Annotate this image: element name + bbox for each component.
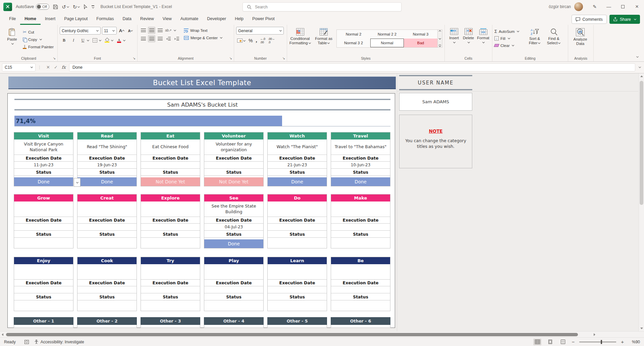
page-layout-view-icon[interactable] <box>546 339 554 345</box>
borders-dropdown-icon[interactable] <box>99 39 101 41</box>
find-select-button[interactable]: Find &Select <box>545 27 562 55</box>
card-date-cell[interactable] <box>204 162 263 169</box>
scroll-up-icon[interactable] <box>640 75 643 77</box>
find-select-dropdown-icon[interactable] <box>558 42 560 44</box>
card-title[interactable]: Do <box>268 194 327 201</box>
increase-decimal-icon[interactable]: ←.0.00 <box>260 37 265 44</box>
card-date-cell[interactable] <box>141 224 200 231</box>
card-title[interactable]: Grow <box>14 194 73 201</box>
number-format-select[interactable]: General <box>236 27 284 35</box>
avatar[interactable] <box>574 2 583 11</box>
redo-dropdown-icon[interactable] <box>77 5 80 7</box>
card-item-cell[interactable] <box>141 264 200 280</box>
card-date-cell[interactable] <box>77 224 137 231</box>
accounting-dropdown-icon[interactable] <box>243 39 246 41</box>
user-name-cell[interactable]: Sam ADAMS <box>399 93 472 111</box>
style-normal[interactable]: Normal <box>370 39 404 47</box>
comma-style-icon[interactable]: , <box>256 38 257 44</box>
gallery-down-icon[interactable] <box>439 37 441 40</box>
decrease-decimal-icon[interactable]: .00→.0 <box>268 37 275 44</box>
card-status-cell[interactable] <box>268 302 327 311</box>
copy-button[interactable]: Copy <box>23 37 54 42</box>
tab-home[interactable]: Home <box>20 13 41 25</box>
card-title[interactable]: Watch <box>268 132 327 139</box>
orientation-dropdown-icon[interactable] <box>174 29 176 31</box>
sort-filter-button[interactable]: AZ Sort &Filter <box>527 27 543 55</box>
align-bottom-icon[interactable] <box>156 27 164 34</box>
card-date-cell[interactable]: 10-Jun-23 <box>331 162 390 169</box>
fill-color-dropdown-icon[interactable] <box>111 39 113 41</box>
macro-record-icon[interactable] <box>24 340 29 344</box>
formula-input[interactable]: Done <box>69 63 635 71</box>
align-left-icon[interactable] <box>140 35 147 42</box>
font-size-select[interactable]: 11 <box>102 27 117 35</box>
card-title[interactable]: Enjoy <box>14 257 73 264</box>
excel-app-icon[interactable] <box>3 3 12 11</box>
fill-button[interactable]: ↓Fill <box>494 36 524 41</box>
format-painter-button[interactable]: Format Painter <box>23 44 54 50</box>
font-family-dropdown-icon[interactable] <box>96 29 99 32</box>
card-date-cell[interactable] <box>204 286 263 293</box>
card-title[interactable]: Visit <box>14 132 73 139</box>
card-title[interactable]: Play <box>204 257 263 264</box>
collapse-ribbon-icon[interactable] <box>636 55 639 58</box>
font-dialog-launcher-icon[interactable]: ↘ <box>133 56 136 60</box>
minimize-button[interactable]: — <box>602 0 616 13</box>
wrap-text-button[interactable]: Wrap Text <box>184 27 222 33</box>
analyze-data-button[interactable]: AnalyzeData <box>570 27 590 46</box>
clear-dropdown-icon[interactable] <box>512 44 514 46</box>
insert-cells-button[interactable]: Insert <box>447 27 461 44</box>
card-status-cell[interactable] <box>141 302 200 311</box>
card-item-cell[interactable] <box>331 264 390 280</box>
fill-dropdown-icon[interactable] <box>508 37 510 39</box>
card-item-cell[interactable]: See the Empire State Building <box>204 201 263 217</box>
card-item-cell[interactable]: Watch "The Pianist" <box>268 139 327 155</box>
card-date-cell[interactable] <box>331 286 390 293</box>
format-as-table-button[interactable]: Format asTable <box>314 27 334 48</box>
card-date-cell[interactable] <box>77 286 137 293</box>
card-item-cell[interactable]: Travel to "The Bahamas" <box>331 139 390 155</box>
clear-button[interactable]: Clear <box>494 43 524 48</box>
scroll-left-icon[interactable] <box>2 333 3 336</box>
delete-cells-button[interactable]: Delete <box>462 27 475 44</box>
paste-dropdown-icon[interactable] <box>11 42 13 45</box>
card-item-cell[interactable] <box>77 201 137 217</box>
autosave-control[interactable]: AutoSave Off <box>16 4 49 10</box>
format-dropdown-icon[interactable] <box>482 41 485 43</box>
font-size-dropdown-icon[interactable] <box>112 29 115 32</box>
sort-filter-dropdown-icon[interactable] <box>538 42 540 44</box>
redo-icon[interactable]: ↻ <box>73 4 80 9</box>
alignment-dialog-launcher-icon[interactable]: ↘ <box>229 56 232 60</box>
tab-power-pivot[interactable]: Power Pivot <box>248 13 279 25</box>
underline-icon[interactable]: U <box>79 37 87 44</box>
card-item-cell[interactable] <box>268 201 327 217</box>
tab-file[interactable]: File <box>5 13 20 25</box>
card-title[interactable]: Try <box>141 257 200 264</box>
data-validation-dropdown-button[interactable] <box>74 178 80 187</box>
card-status-cell[interactable] <box>77 302 137 311</box>
card-status-cell[interactable] <box>268 239 327 248</box>
undo-dropdown-icon[interactable] <box>67 5 69 7</box>
horizontal-scrollbar[interactable] <box>0 331 644 337</box>
card-date-cell[interactable]: 19-Jun-23 <box>77 162 137 169</box>
zoom-slider[interactable] <box>579 342 616 342</box>
other-card-title[interactable]: Other - 1 <box>14 317 73 325</box>
card-date-cell[interactable] <box>268 286 327 293</box>
card-item-cell[interactable] <box>14 201 73 217</box>
card-status-cell[interactable]: Done <box>14 177 73 186</box>
card-title[interactable]: See <box>204 194 263 201</box>
font-color-icon[interactable]: A <box>115 37 123 44</box>
card-date-cell[interactable] <box>141 162 200 169</box>
card-item-cell[interactable] <box>268 264 327 280</box>
share-dropdown-icon[interactable] <box>634 18 636 20</box>
tab-automate[interactable]: Automate <box>176 13 203 25</box>
card-item-cell[interactable]: Eat Chinese Food <box>141 139 200 155</box>
tab-data[interactable]: Data <box>118 13 136 25</box>
card-item-cell[interactable]: Visit Bryce Canyon National Park <box>14 139 73 155</box>
delete-dropdown-icon[interactable] <box>468 41 470 43</box>
card-status-cell[interactable] <box>141 239 200 248</box>
card-status-cell[interactable]: Done <box>77 177 137 186</box>
card-date-cell[interactable]: 21-Jun-23 <box>268 162 327 169</box>
card-date-cell[interactable]: 04-Jul-23 <box>204 224 263 231</box>
card-item-cell[interactable] <box>204 264 263 280</box>
